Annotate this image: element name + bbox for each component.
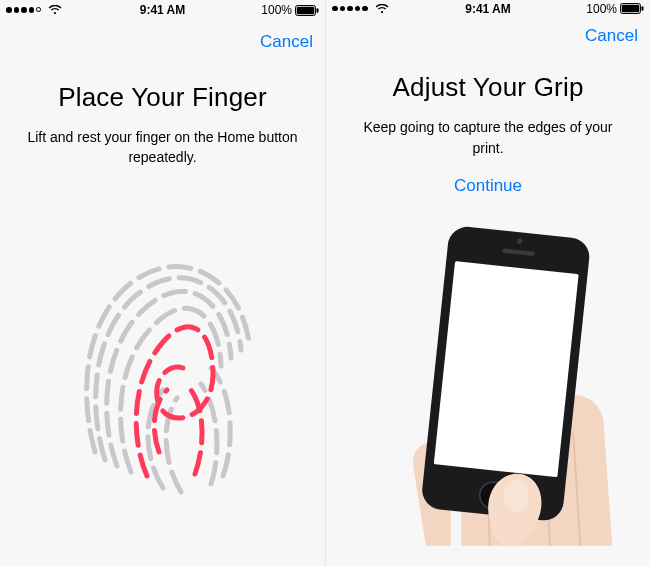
wifi-icon (375, 4, 389, 14)
phone-in-hand-icon (346, 206, 630, 566)
svg-rect-5 (642, 6, 644, 10)
svg-rect-4 (622, 5, 640, 13)
status-signal (6, 5, 62, 15)
status-bar: 9:41 AM 100% (0, 0, 325, 20)
battery-icon (620, 3, 644, 14)
nav-bar: Cancel (326, 17, 650, 54)
page-title: Adjust Your Grip (392, 72, 583, 103)
svg-rect-1 (297, 6, 315, 14)
page-subtitle: Keep going to capture the edges of your … (348, 117, 628, 158)
status-time: 9:41 AM (465, 2, 511, 16)
battery-percent: 100% (261, 3, 292, 17)
fingerprint-icon (63, 242, 263, 502)
svg-point-11 (504, 480, 529, 512)
content: Place Your Finger Lift and rest your fin… (0, 64, 325, 566)
status-signal (332, 4, 389, 14)
page-title: Place Your Finger (58, 82, 267, 113)
illustration (346, 206, 630, 566)
page-subtitle: Lift and rest your finger on the Home bu… (23, 127, 303, 168)
continue-button[interactable]: Continue (454, 176, 522, 196)
screen-adjust-grip: 9:41 AM 100% Cancel Adjust Your Grip Kee… (325, 0, 650, 566)
battery-icon (295, 5, 319, 16)
status-battery: 100% (586, 2, 644, 16)
content: Adjust Your Grip Keep going to capture t… (326, 54, 650, 566)
wifi-icon (48, 5, 62, 15)
svg-rect-2 (317, 8, 319, 12)
screen-place-finger: 9:41 AM 100% Cancel Place Your Finger Li… (0, 0, 325, 566)
cancel-button[interactable]: Cancel (260, 32, 313, 52)
status-bar: 9:41 AM 100% (326, 0, 650, 17)
signal-dots-icon (6, 7, 41, 13)
signal-dots-icon (332, 6, 368, 12)
battery-percent: 100% (586, 2, 617, 16)
cancel-button[interactable]: Cancel (585, 26, 638, 46)
status-battery: 100% (261, 3, 319, 17)
svg-rect-7 (434, 261, 579, 477)
illustration (20, 178, 305, 566)
nav-bar: Cancel (0, 20, 325, 64)
status-time: 9:41 AM (140, 3, 186, 17)
